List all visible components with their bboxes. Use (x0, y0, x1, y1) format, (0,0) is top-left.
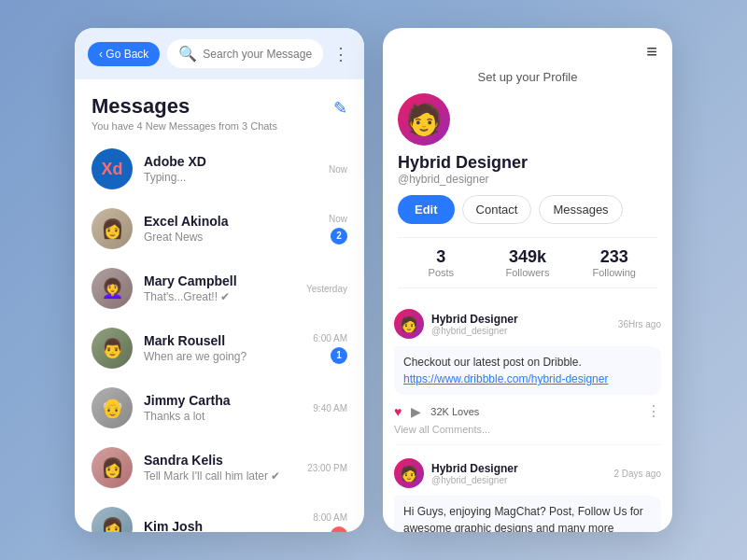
chat-item-mark-rousell[interactable]: 👨 Mark Rousell When are we going? 6:00 A… (80, 318, 359, 378)
stat-followers: 349k Followers (485, 247, 571, 278)
chat-time: Now (329, 214, 347, 224)
stat-followers-value: 349k (485, 247, 571, 267)
stat-following: 233 Following (571, 247, 657, 278)
chat-item-jimmy-cartha[interactable]: 👴 Jimmy Cartha Thanks a lot 9:40 AM (80, 378, 359, 438)
chat-preview: Tell Mark I'll call him later ✔ (144, 469, 296, 483)
unread-badge: ● (331, 526, 347, 533)
chat-meta: 9:40 AM (313, 403, 347, 413)
profile-section: 🧑 Hybrid Designer @hybrid_designer Edit … (383, 93, 672, 309)
post-avatar-1: 🧑 (394, 309, 424, 339)
messages-header: Messages You have 4 New Messages from 3 … (75, 79, 364, 139)
avatar-jimmy-cartha: 👴 (92, 387, 133, 428)
chat-preview: Typing... (144, 171, 317, 184)
post-user-info-1: Hybrid Designer @hybrid_designer (431, 313, 611, 336)
messages-button[interactable]: Messages (539, 195, 622, 224)
chat-meta: Yesterday (306, 284, 347, 294)
stat-following-label: Following (571, 267, 657, 278)
chat-content-excel-akinola: Excel Akinola Great News (144, 214, 317, 244)
profile-handle: @hybrid_designer (398, 173, 657, 186)
avatar-sandra-kelis: 👩 (92, 447, 133, 488)
unread-badge: 2 (331, 228, 347, 245)
unread-badge: 1 (331, 347, 347, 364)
compose-icon[interactable]: ✎ (333, 98, 347, 119)
feed-post-1: 🧑 Hybrid Designer @hybrid_designer 36Hrs… (394, 309, 661, 445)
avatar-mark-rousell: 👨 (92, 328, 133, 369)
view-comments-1[interactable]: View all Comments... (394, 424, 661, 435)
post-username: Hybrid Designer (431, 313, 611, 326)
stat-posts-value: 3 (398, 247, 485, 267)
chat-content-mary-campbell: Mary Campbell That's...Great!! ✔ (144, 273, 295, 303)
chat-meta: 6:00 AM 1 (313, 333, 347, 364)
setup-label: Set up your Profile (383, 70, 672, 84)
avatar-adobe-xd: Xd (92, 148, 133, 189)
feed: 🧑 Hybrid Designer @hybrid_designer 36Hrs… (383, 309, 672, 532)
chat-content-mark-rousell: Mark Rousell When are we going? (144, 333, 302, 363)
stat-posts-label: Posts (398, 267, 485, 278)
chat-time: Yesterday (306, 284, 347, 294)
hamburger-menu-icon[interactable]: ≡ (646, 41, 657, 63)
chat-meta: Now 2 (329, 214, 347, 245)
post-userhandle-2: @hybrid_designer (431, 475, 606, 485)
chat-name: Mary Campbell (144, 273, 295, 288)
post-user-info-2: Hybrid Designer @hybrid_designer (431, 462, 606, 485)
messages-subtitle: You have 4 New Messages from 3 Chats (92, 120, 277, 132)
post-link-1[interactable]: https://www.dribbble.com/hybrid-designer (403, 372, 608, 385)
chat-name: Kim Josh (144, 519, 302, 532)
post-avatar-2: 🧑 (394, 458, 424, 488)
search-input[interactable] (203, 48, 312, 61)
chat-item-mary-campbell[interactable]: 👩‍🦱 Mary Campbell That's...Great!! ✔ Yes… (80, 259, 359, 318)
contact-button[interactable]: Contact (462, 195, 532, 224)
chat-content-jimmy-cartha: Jimmy Cartha Thanks a lot (144, 393, 302, 423)
post-content-2: Hi Guys, enjoying MagChat? Post, Follow … (394, 496, 661, 532)
chat-time: Now (329, 164, 347, 175)
avatar-excel-akinola: 👩 (92, 208, 133, 249)
chat-name: Adobe XD (144, 154, 317, 169)
chat-preview: Great News (144, 231, 317, 244)
chat-name: Sandra Kelis (144, 453, 296, 468)
post-time-1: 36Hrs ago (618, 319, 661, 329)
chat-name: Jimmy Cartha (144, 393, 302, 408)
top-bar: ‹ Go Back 🔍 ⋮ (75, 28, 364, 79)
chat-item-sandra-kelis[interactable]: 👩 Sandra Kelis Tell Mark I'll call him l… (80, 438, 359, 497)
chat-time: 8:00 AM (313, 512, 347, 523)
chat-item-excel-akinola[interactable]: 👩 Excel Akinola Great News Now 2 (80, 199, 359, 259)
chat-time: 23:00 PM (307, 463, 347, 473)
post-time-2: 2 Days ago (613, 469, 661, 479)
post-more-icon-1[interactable]: ⋮ (646, 402, 661, 420)
post-header-2: 🧑 Hybrid Designer @hybrid_designer 2 Day… (394, 458, 661, 488)
profile-actions: Edit Contact Messages (398, 195, 657, 224)
chat-preview: Thanks a lot (144, 410, 302, 423)
chat-item-adobe-xd[interactable]: Xd Adobe XD Typing... Now (80, 139, 359, 199)
chat-meta: Now (329, 164, 347, 175)
chat-item-kim-josh[interactable]: 👩 Kim Josh 8:00 AM ● (80, 497, 359, 532)
chat-meta: 8:00 AM ● (313, 512, 347, 533)
chat-time: 9:40 AM (313, 403, 347, 413)
chat-preview: When are we going? (144, 350, 302, 363)
share-button-1[interactable]: ▶ (411, 404, 421, 419)
stats-row: 3 Posts 349k Followers 233 Following (398, 237, 657, 288)
search-icon: 🔍 (178, 45, 197, 63)
post-username-2: Hybrid Designer (431, 462, 606, 475)
more-options-icon[interactable]: ⋮ (331, 44, 351, 64)
messages-title: Messages (92, 94, 277, 119)
stat-following-value: 233 (571, 247, 657, 267)
chat-content-kim-josh: Kim Josh (144, 519, 302, 532)
stat-followers-label: Followers (485, 267, 571, 278)
post-actions-1: ♥ ▶ 32K Loves ⋮ (394, 402, 661, 420)
stat-posts: 3 Posts (398, 247, 485, 278)
go-back-button[interactable]: ‹ Go Back (88, 42, 160, 66)
chat-content-adobe-xd: Adobe XD Typing... (144, 154, 317, 184)
chat-name: Mark Rousell (144, 333, 302, 348)
avatar-mary-campbell: 👩‍🦱 (92, 268, 133, 309)
chat-meta: 23:00 PM (307, 463, 347, 473)
profile-avatar: 🧑 (398, 93, 450, 146)
like-button-1[interactable]: ♥ (394, 404, 402, 419)
search-bar-container: 🔍 (167, 39, 323, 68)
avatar-kim-josh: 👩 (92, 507, 133, 532)
post-userhandle: @hybrid_designer (431, 326, 611, 336)
post-content-1: Checkout our latest post on Dribble. htt… (394, 346, 661, 395)
profile-panel: ≡ Set up your Profile 🧑 Hybrid Designer … (383, 28, 672, 532)
chat-content-sandra-kelis: Sandra Kelis Tell Mark I'll call him lat… (144, 453, 296, 483)
edit-button[interactable]: Edit (398, 195, 455, 224)
chat-time: 6:00 AM (313, 333, 347, 343)
